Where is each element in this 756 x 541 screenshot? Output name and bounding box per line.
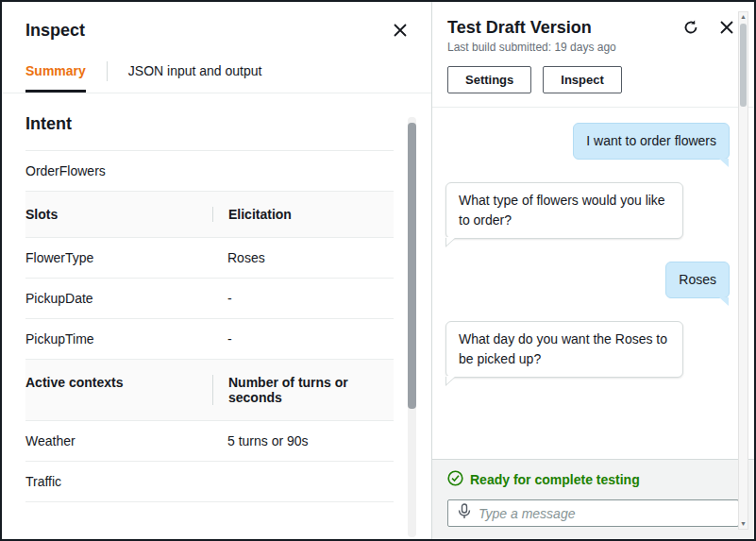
slots-header-label: Slots [25, 207, 212, 222]
inspect-tabs: Summary JSON input and output [2, 52, 431, 93]
contexts-table-header: Active contexts Number of turns or secon… [25, 360, 394, 421]
chat-scrollbar[interactable]: ▲ ▼ [738, 11, 748, 530]
slot-value: - [212, 291, 394, 306]
intent-value: OrderFlowers [25, 163, 212, 178]
lex-test-window: Inspect Summary JSON input and output In… [0, 0, 756, 541]
inspect-content: Intent OrderFlowers Slots Elicitation Fl… [2, 93, 431, 539]
check-circle-icon [447, 470, 463, 489]
chat-message-user: I want to order flowers [573, 123, 730, 160]
status-row: Ready for complete testing [447, 470, 739, 489]
slot-name: FlowerType [25, 250, 212, 265]
slot-name: PickupDate [25, 291, 212, 306]
close-icon [718, 25, 735, 39]
scroll-down-icon[interactable]: ▼ [739, 519, 748, 529]
slots-table-header: Slots Elicitation [25, 192, 394, 238]
context-name: Weather [25, 433, 212, 448]
close-icon [392, 27, 409, 42]
chat-scrollbar-thumb[interactable] [740, 24, 747, 107]
tab-separator [107, 61, 108, 81]
status-text: Ready for complete testing [470, 472, 640, 487]
test-panel-title: Test Draft Version [447, 18, 665, 38]
table-row: PickupDate - [25, 279, 394, 319]
refresh-button[interactable] [680, 17, 701, 38]
chat-message-bot: What day do you want the Roses to be pic… [445, 321, 683, 378]
inspect-panel-header: Inspect [2, 2, 431, 52]
inspect-scrollbar[interactable] [408, 117, 416, 537]
turns-header-label: Number of turns or seconds [212, 375, 394, 405]
chat-area: I want to order flowers What type of flo… [432, 108, 754, 459]
table-row: Weather 5 turns or 90s [25, 421, 394, 462]
slot-value: Roses [212, 250, 394, 265]
last-build-text: Last build submitted: 19 days ago [447, 41, 737, 54]
tab-json-input-output[interactable]: JSON input and output [128, 52, 262, 93]
elicitation-header-label: Elicitation [212, 207, 394, 222]
context-value: 5 turns or 90s [212, 433, 394, 448]
slot-name: PickupTime [25, 331, 212, 347]
slot-value: - [212, 331, 394, 347]
microphone-icon[interactable] [458, 503, 471, 523]
table-row: FlowerType Roses [25, 238, 394, 279]
inspect-panel: Inspect Summary JSON input and output In… [2, 2, 432, 539]
intent-heading: Intent [25, 93, 394, 151]
scroll-up-icon[interactable]: ▲ [739, 12, 748, 22]
message-input[interactable] [479, 506, 729, 521]
intent-row: OrderFlowers [25, 151, 394, 192]
inspect-close-button[interactable] [390, 20, 411, 41]
active-contexts-header-label: Active contexts [25, 375, 212, 405]
chat-footer: Ready for complete testing [432, 459, 754, 539]
inspect-panel-title: Inspect [25, 21, 85, 41]
chat-message-user: Roses [665, 262, 730, 298]
inspect-scrollbar-thumb[interactable] [408, 123, 416, 409]
context-value [212, 474, 394, 489]
table-row: PickupTime - [25, 319, 394, 360]
test-close-button[interactable] [716, 17, 737, 38]
test-panel: Test Draft Version Last build submitte [432, 2, 754, 539]
context-name: Traffic [25, 474, 212, 489]
chat-message-bot: What type of flowers would you like to o… [445, 182, 683, 239]
tab-summary[interactable]: Summary [25, 52, 86, 93]
test-panel-header: Test Draft Version Last build submitte [432, 2, 754, 107]
settings-button[interactable]: Settings [447, 66, 531, 93]
table-row: Traffic [25, 462, 394, 502]
inspect-button[interactable]: Inspect [543, 66, 622, 93]
message-input-container [447, 499, 739, 527]
refresh-icon [682, 25, 699, 39]
